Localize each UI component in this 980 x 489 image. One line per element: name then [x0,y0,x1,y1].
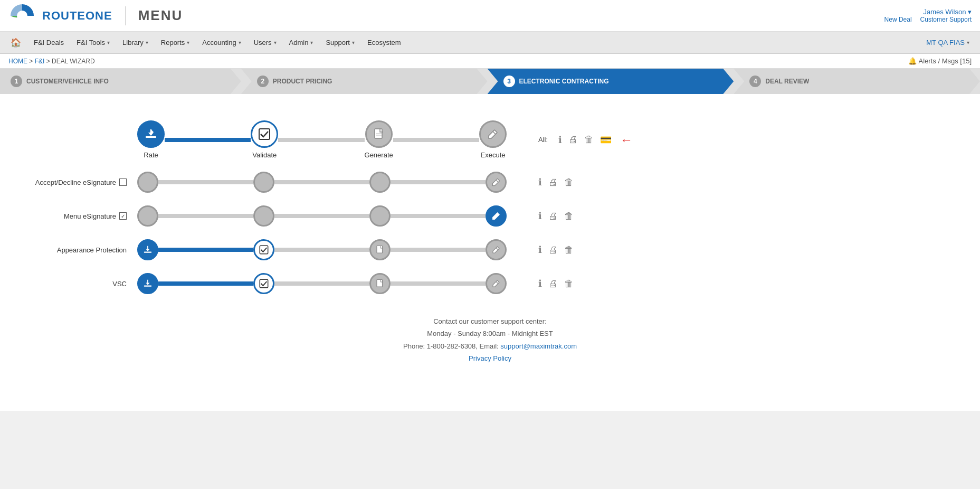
ad-track-3 [391,180,486,184]
all-row-group: Rate Validate [21,120,959,159]
wizard-step-3[interactable]: 3 ELECTRONIC CONTRACTING [488,69,734,94]
vsc-info-icon[interactable]: ℹ [538,278,542,289]
me-generate-circle[interactable] [369,205,391,227]
alerts-icon: 🔔 [908,57,917,65]
new-deal-link[interactable]: New Deal [884,16,912,23]
ad-generate-step [369,172,391,193]
all-print-icon[interactable]: 🖨 [568,134,578,145]
breadcrumb-home[interactable]: HOME [8,58,27,65]
nav-fi-deals[interactable]: F&I Deals [27,32,70,54]
alerts-link[interactable]: 🔔 Alerts / Msgs [15] [908,57,972,65]
vsc-track-3 [391,281,486,286]
all-rate-step: Rate [137,120,165,159]
me-rate-circle[interactable] [137,205,158,227]
step-1-num: 1 [11,76,22,87]
vsc-trash-icon[interactable]: 🗑 [564,278,574,289]
ap-validate-circle[interactable] [253,239,274,260]
all-trash-icon[interactable]: 🗑 [584,134,594,145]
breadcrumb-bar: HOME > F&I > DEAL WIZARD 🔔 Alerts / Msgs… [0,54,980,69]
all-execute-circle[interactable] [479,120,507,148]
accept-decline-label: Accept/Decline eSignature [21,178,137,186]
customer-support-link[interactable]: Customer Support [920,16,972,23]
all-validate-circle[interactable] [251,120,278,148]
me-execute-circle[interactable] [486,205,507,227]
wizard-steps: 1 CUSTOMER/VEHICLE INFO 2 PRODUCT PRICIN… [0,69,980,94]
menu-esig-checkbox[interactable]: ✓ [119,212,127,220]
all-track-3 [393,138,479,142]
ad-validate-circle[interactable] [253,172,274,193]
footer-info: Contact our customer support center: Mon… [21,315,959,365]
nav-admin[interactable]: Admin ▾ [283,32,320,54]
ap-validate-step [253,239,274,260]
nav-library[interactable]: Library ▾ [116,32,155,54]
accept-decline-row: Accept/Decline eSignature [21,172,959,193]
vsc-validate-circle[interactable] [253,273,274,294]
svg-marker-21 [146,283,149,285]
user-links: New Deal Customer Support [884,16,972,23]
validate-check-icon [258,127,271,141]
nav-fi-tools[interactable]: F&I Tools ▾ [70,32,116,54]
ap-check-icon [259,245,269,255]
ap-generate-step [369,239,391,260]
ap-doc-icon [375,245,385,255]
all-execute-step: Execute [479,120,507,159]
accept-decline-checkbox[interactable] [119,178,127,186]
ap-print-icon[interactable]: 🖨 [548,245,558,256]
ad-info-icon[interactable]: ℹ [538,176,542,188]
wizard-step-1[interactable]: 1 CUSTOMER/VEHICLE INFO [0,69,241,94]
privacy-policy-link[interactable]: Privacy Policy [469,354,511,362]
ap-rate-circle[interactable] [137,239,158,260]
all-generate-circle[interactable] [365,120,393,148]
ap-generate-circle[interactable] [369,239,391,260]
footer-email-link[interactable]: support@maximtrak.com [500,342,577,350]
vsc-print-icon[interactable]: 🖨 [548,278,558,289]
ad-generate-circle[interactable] [369,172,391,193]
nav-reports[interactable]: Reports ▾ [155,32,196,54]
logo-icon [8,2,36,30]
nav-support[interactable]: Support ▾ [319,32,361,54]
wizard-step-2[interactable]: 2 PRODUCT PRICING [241,69,488,94]
red-arrow-indicator: ← [620,133,633,147]
me-track-3 [391,214,486,218]
ap-info-icon[interactable]: ℹ [538,244,542,256]
user-name[interactable]: James Wilson ▾ [884,8,972,16]
all-generate-step: Generate [365,120,393,159]
all-card-icon[interactable]: 💳 [600,134,612,146]
nav-ecosystem[interactable]: Ecosystem [361,32,407,54]
nav-fias[interactable]: MT QA FIAS ▾ [920,32,976,54]
all-rate-circle[interactable] [137,120,165,148]
rate-step-label: Rate [144,151,158,159]
me-trash-icon[interactable]: 🗑 [564,211,574,222]
vsc-rate-circle[interactable] [137,273,158,294]
vsc-execute-circle[interactable] [486,273,507,294]
ap-execute-circle[interactable] [486,239,507,260]
ap-download-icon [142,245,153,255]
nav-users[interactable]: Users ▾ [248,32,283,54]
ad-rate-circle[interactable] [137,172,158,193]
me-validate-circle[interactable] [253,205,274,227]
svg-rect-2 [146,136,156,138]
me-info-icon[interactable]: ℹ [538,210,542,222]
footer-line3: Phone: 1-800-282-6308, Email: support@ma… [21,340,959,352]
step-2-label: PRODUCT PRICING [273,78,332,85]
nav-right: MT QA FIAS ▾ [920,32,976,54]
nav-home[interactable]: 🏠 [4,32,27,54]
me-track-1 [158,214,253,218]
nav-accounting[interactable]: Accounting ▾ [196,32,247,54]
me-print-icon[interactable]: 🖨 [548,211,558,222]
all-validate-step: Validate [251,120,278,159]
wizard-step-4[interactable]: 4 DEAL REVIEW [734,69,980,94]
breadcrumb-fi[interactable]: F&I [35,58,45,65]
validate-step-label: Validate [252,151,277,159]
vsc-generate-circle[interactable] [369,273,391,294]
ap-track-2 [274,248,369,252]
ad-execute-circle[interactable] [486,172,507,193]
ad-action-icons: ℹ 🖨 🗑 [538,176,574,188]
ap-trash-icon[interactable]: 🗑 [564,245,574,256]
me-generate-step [369,205,391,227]
all-info-icon[interactable]: ℹ [558,134,562,146]
ad-print-icon[interactable]: 🖨 [548,177,558,188]
brand-name: ROUTEONE [42,9,112,23]
svg-rect-19 [144,286,151,287]
ad-trash-icon[interactable]: 🗑 [564,177,574,188]
